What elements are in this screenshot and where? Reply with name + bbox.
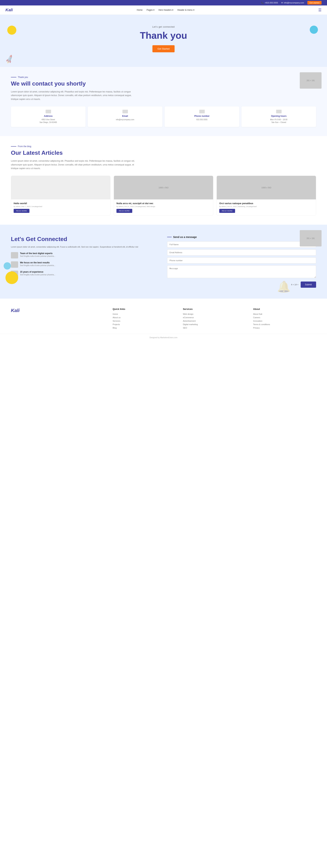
top-bar-phone: 📞 +815.555.5555 xyxy=(261,2,278,4)
form-title-text: Send us a message xyxy=(173,236,197,239)
footer-copyright: Designed by MarketendUsers.com xyxy=(150,337,177,339)
footer-link-projects[interactable]: Projects xyxy=(113,323,176,326)
address-line1: 4953 Vine Street xyxy=(14,118,82,121)
feature-1-icon xyxy=(11,252,18,258)
blog-label-text: From the blog xyxy=(18,145,31,148)
footer-about-careers[interactable]: Careers xyxy=(253,316,316,318)
footer-about-terms[interactable]: Terms & conditions xyxy=(253,323,316,326)
hours-icon xyxy=(276,110,281,113)
footer-about: About About Kali Careers Innovation Term… xyxy=(253,308,316,330)
address-line2: San Diego, CA 92465 xyxy=(14,121,82,124)
nav-hero-headers[interactable]: Hero headers ▾ xyxy=(158,9,173,11)
address-icon xyxy=(46,110,51,113)
hero-section: 🚀 Let's get connected Thank you Get Star… xyxy=(0,15,327,67)
footer-about-title: About xyxy=(253,308,316,310)
form-footer: 4 + 14 = Submit xyxy=(167,281,316,288)
form-phone-input[interactable] xyxy=(167,257,316,264)
article-1-read-more[interactable]: READ MORE xyxy=(13,209,29,213)
form-fullname-input[interactable] xyxy=(167,241,316,248)
article-2-read-more[interactable]: READ MORE xyxy=(116,209,132,213)
hours-title: Opening hours xyxy=(245,115,313,117)
info-card-hours: Opening hours Mon–Fri 9:00 – 18:00 Sat–S… xyxy=(241,106,316,127)
footer-logo[interactable]: Kali xyxy=(11,308,106,330)
phone-number: +815.555.5555 xyxy=(265,2,278,4)
footer-bottom: Designed by MarketendUsers.com xyxy=(0,334,327,341)
article-3-read-more[interactable]: READ MORE xyxy=(219,209,235,213)
article-card-2: 1000 x 563 Nulla arcu mi, suscipit ut du… xyxy=(114,176,213,216)
label-line xyxy=(11,77,16,78)
phone-card-icon xyxy=(199,110,205,113)
email-card-value: info@mycompany.com xyxy=(91,118,159,121)
connect-blue-circle xyxy=(4,262,11,270)
feature-3-text: 15 years of experience Sed fringilla nul… xyxy=(20,271,55,276)
contact-title: We will contact you shortly xyxy=(11,80,316,87)
connect-section: 201 × 191 Let's Get Connected Lorem ipsu… xyxy=(0,225,327,299)
connect-title: Let's Get Connected xyxy=(11,236,160,243)
articles-grid: Hello world! by admin | Mar 7, 2023 | Un… xyxy=(11,176,316,216)
info-card-email: Email info@mycompany.com xyxy=(88,106,162,127)
email-address: info@mycompany.com xyxy=(284,2,304,4)
article-3-title: Orci varius natoque penatibus xyxy=(219,202,314,205)
form-email-input[interactable] xyxy=(167,249,316,255)
nav-pages[interactable]: Pages ▾ xyxy=(147,9,154,11)
footer-service-seo[interactable]: SEO xyxy=(183,327,246,329)
info-card-phone: Phone number 815.555.5555 xyxy=(165,106,239,127)
footer-link-home[interactable]: Home xyxy=(113,313,176,315)
footer-link-blog[interactable]: Blog xyxy=(113,327,176,329)
nav-header-menu[interactable]: Header & menu ▾ xyxy=(177,9,194,11)
form-section-title: Send us a message xyxy=(167,236,316,239)
article-2-body: Nulla arcu mi, suscipit ut dui nec by ad… xyxy=(114,199,213,215)
feature-2-text: We focus on the best results Sed fringil… xyxy=(20,261,55,267)
connect-feature-3: 15 years of experience Sed fringilla nul… xyxy=(11,271,160,277)
feature-3-title: 15 years of experience xyxy=(20,271,55,273)
phone-card-title: Phone number xyxy=(168,115,236,117)
connect-feature-1: Team of the best digital experts Sed fri… xyxy=(11,252,160,258)
form-message-input[interactable] xyxy=(167,266,316,278)
footer-grid: Kali Quick links Home About us Services … xyxy=(11,308,316,330)
blog-title: Our Latest Articles xyxy=(11,150,316,156)
connect-feature-2: We focus on the best results Sed fringil… xyxy=(11,261,160,268)
nav-logo[interactable]: Kali xyxy=(5,8,13,12)
feature-2-desc: Sed fringilla nulla id ante pulvinar pha… xyxy=(20,265,55,267)
footer: Kali Quick links Home About us Services … xyxy=(0,299,327,341)
connect-left: Let's Get Connected Lorem ipsum dolor si… xyxy=(11,236,160,288)
address-title: Address xyxy=(14,115,82,117)
blog-label: From the blog xyxy=(11,145,316,148)
article-3-image: 1000 x 563 xyxy=(217,176,316,199)
footer-about-kali[interactable]: About Kali xyxy=(253,313,316,315)
footer-service-webdesign[interactable]: Web design xyxy=(183,313,246,315)
footer-link-about[interactable]: About us xyxy=(113,316,176,318)
contact-placeholder-image: 201 × 191 xyxy=(300,72,322,89)
blog-desc: Lorem ipsum dolor sit amet, consectetur … xyxy=(11,159,138,170)
top-bar: 📞 +815.555.5555 ✉ info@mycompany.com Get… xyxy=(0,0,327,5)
footer-service-ecommerce[interactable]: eCommerce xyxy=(183,316,246,318)
email-card-title: Email xyxy=(91,115,159,117)
nav-home[interactable]: Home xyxy=(137,9,143,11)
contact-left: Thank you We will contact you shortly Lo… xyxy=(11,76,316,127)
info-cards: Address 4953 Vine Street San Diego, CA 9… xyxy=(11,106,316,127)
contact-section: Thank you We will contact you shortly Lo… xyxy=(0,67,327,136)
connect-placeholder-image: 201 × 191 xyxy=(300,230,322,246)
email-card-icon xyxy=(122,110,128,113)
footer-about-innovation[interactable]: Innovation xyxy=(253,320,316,322)
feature-1-title: Team of the best digital experts xyxy=(20,252,55,255)
footer-about-privacy[interactable]: Privacy xyxy=(253,327,316,329)
footer-link-services[interactable]: Services xyxy=(113,320,176,322)
feature-2-title: We focus on the best results xyxy=(20,261,55,264)
hamburger-icon[interactable]: ☰ xyxy=(318,8,322,12)
top-bar-email: ✉ info@mycompany.com xyxy=(281,2,304,4)
connect-yellow-circle xyxy=(5,271,18,284)
topbar-cta-button[interactable]: Get started xyxy=(307,1,322,4)
bell-decoration-icon: 🔔 xyxy=(277,280,291,293)
article-2-title: Nulla arcu mi, suscipit ut dui nec xyxy=(116,202,211,205)
footer-service-advertisement[interactable]: Advertisement xyxy=(183,320,246,322)
hero-rocket-icon: 🚀 xyxy=(4,55,15,64)
hero-cta-button[interactable]: Get Started xyxy=(152,45,175,52)
captcha-text: 4 + 14 = xyxy=(291,283,298,286)
hero-subtitle: Let's get connected xyxy=(5,26,322,28)
contact-label: Thank you xyxy=(11,76,316,79)
hero-yellow-circle xyxy=(7,26,16,35)
footer-service-digital[interactable]: Digital marketing xyxy=(183,323,246,326)
submit-button[interactable]: Submit xyxy=(301,281,316,288)
footer-quick-links-title: Quick links xyxy=(113,308,176,310)
